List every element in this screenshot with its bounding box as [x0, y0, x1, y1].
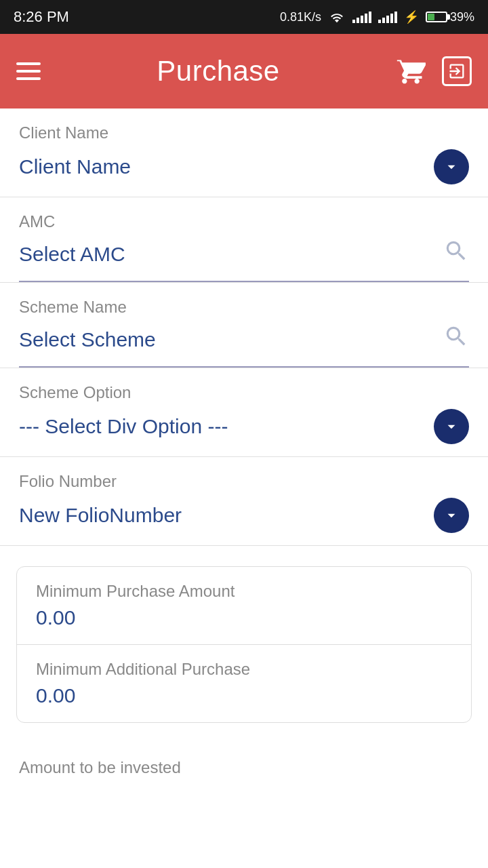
client-name-row: Client Name [19, 149, 469, 197]
min-purchase-value: 0.00 [36, 606, 452, 629]
cart-icon[interactable] [396, 56, 426, 86]
scheme-name-field: Scheme Name Select Scheme [0, 283, 488, 368]
battery-percent: 39% [450, 10, 474, 24]
scheme-option-row: --- Select Div Option --- [19, 409, 469, 456]
network-speed: 0.81K/s [280, 10, 321, 24]
amount-invested-field: Amount to be invested [0, 743, 488, 784]
scheme-name-label: Scheme Name [19, 298, 469, 317]
scheme-option-value: --- Select Div Option --- [19, 415, 228, 438]
amc-row: Select AMC [19, 238, 469, 282]
charging-icon: ⚡ [404, 9, 419, 24]
logout-button[interactable] [442, 56, 472, 86]
scheme-name-row: Select Scheme [19, 323, 469, 368]
client-name-field: Client Name Client Name [0, 108, 488, 197]
page-title: Purchase [41, 55, 396, 87]
app-bar-actions [396, 56, 472, 86]
signal-bars-1 [352, 11, 371, 23]
min-purchase-row: Minimum Purchase Amount 0.00 [17, 567, 471, 644]
scheme-option-dropdown[interactable] [434, 409, 469, 444]
client-name-label: Client Name [19, 123, 469, 142]
status-icons: 0.81K/s ⚡ [280, 9, 474, 24]
signal-bars-2 [378, 11, 397, 23]
status-bar: 8:26 PM 0.81K/s ⚡ [0, 0, 488, 34]
min-purchase-label: Minimum Purchase Amount [36, 582, 452, 601]
amc-label: AMC [19, 212, 469, 231]
app-bar: Purchase [0, 34, 488, 108]
amc-search-icon[interactable] [443, 238, 469, 270]
folio-number-row: New FolioNumber [19, 498, 469, 545]
folio-number-label: Folio Number [19, 472, 469, 491]
wifi-icon [328, 10, 346, 24]
scheme-search-icon[interactable] [443, 323, 469, 355]
min-additional-label: Minimum Additional Purchase [36, 660, 452, 679]
amount-invested-label: Amount to be invested [19, 758, 469, 777]
folio-number-dropdown[interactable] [434, 498, 469, 533]
min-additional-row: Minimum Additional Purchase 0.00 [17, 644, 471, 722]
form-content: Client Name Client Name AMC Select AMC S… [0, 108, 488, 868]
min-additional-value: 0.00 [36, 684, 452, 707]
time: 8:26 PM [14, 8, 69, 26]
folio-number-value: New FolioNumber [19, 504, 182, 527]
client-name-dropdown[interactable] [434, 149, 469, 184]
info-card: Minimum Purchase Amount 0.00 Minimum Add… [16, 566, 472, 723]
scheme-option-label: Scheme Option [19, 383, 469, 402]
client-name-value: Client Name [19, 155, 131, 178]
amc-value[interactable]: Select AMC [19, 243, 125, 266]
scheme-name-value[interactable]: Select Scheme [19, 328, 156, 351]
battery-indicator: 39% [426, 10, 474, 24]
amc-field: AMC Select AMC [0, 197, 488, 283]
folio-number-field: Folio Number New FolioNumber [0, 457, 488, 546]
scheme-option-field: Scheme Option --- Select Div Option --- [0, 368, 488, 457]
menu-button[interactable] [16, 62, 41, 80]
